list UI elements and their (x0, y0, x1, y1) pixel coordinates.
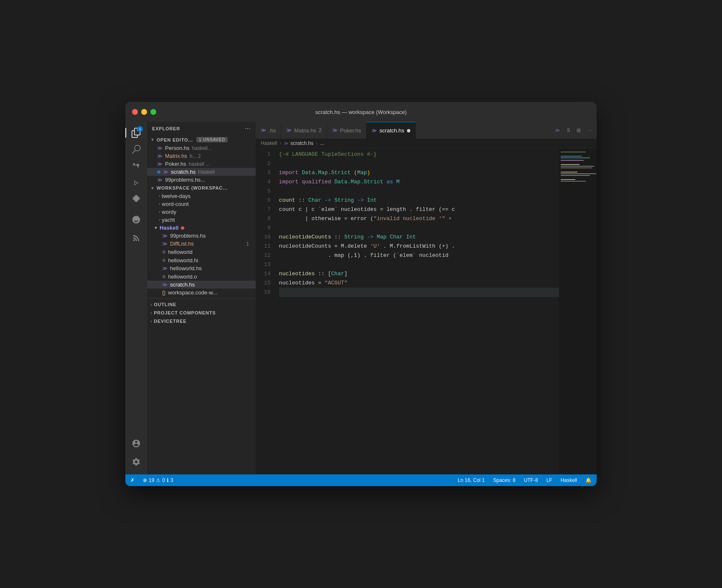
haskell-file-helloworld-hi[interactable]: ≡ helloworld.hi (147, 256, 256, 264)
pc-arrow: › (150, 311, 152, 315)
folder-wordy[interactable]: › wordy (147, 208, 256, 216)
open-file-person[interactable]: ≫ Person.hs haskell... (147, 144, 256, 152)
activity-icon-explorer[interactable]: 1 (129, 125, 144, 140)
status-branch[interactable]: ✗ (129, 477, 136, 483)
open-file-matrix[interactable]: ≫ Matrix.hs h... 2 (147, 152, 256, 160)
sidebar-header: EXPLORER ··· (147, 122, 256, 135)
activity-icon-extensions[interactable] (129, 192, 144, 207)
file-hint: haskell... (192, 145, 212, 151)
code-line-14: nucleotides :: [Char] (279, 269, 559, 279)
tab-badge: 2 (319, 127, 322, 133)
position-label: Ln 16, Col 1 (458, 477, 485, 483)
status-line-ending[interactable]: LF (545, 477, 554, 483)
status-encoding[interactable]: UTF-8 (522, 477, 540, 483)
devicetree-section[interactable]: › DEVICETREE (147, 317, 256, 325)
outline-section[interactable]: › OUTLINE (147, 300, 256, 309)
sidebar-more-icon[interactable]: ··· (245, 125, 251, 132)
titlebar: scratch.hs — workspace (Workspace) (125, 102, 597, 122)
tab-lambda-icon: ≫ (371, 128, 377, 134)
haskell-file-helloworld-o[interactable]: ≡ helloworld.o (147, 272, 256, 281)
filename: helloworld.hs (170, 265, 202, 271)
svg-rect-9 (561, 175, 590, 176)
tab-hs[interactable]: ≫ .hs (256, 122, 281, 139)
folder-name: word-count (162, 201, 188, 207)
activity-icon-rss[interactable] (129, 231, 144, 246)
minimap (559, 148, 597, 474)
spaces-label: Spaces: 8 (493, 477, 515, 483)
encoding-label: UTF-8 (524, 477, 538, 483)
tab-scratch[interactable]: ≫ scratch.hs (366, 122, 415, 139)
activity-icon-settings[interactable] (129, 454, 144, 469)
sidebar-header-icons: ··· (245, 125, 251, 132)
open-editors-label: OPEN EDITO... (157, 137, 193, 142)
folder-twelve-days[interactable]: › twelve-days (147, 192, 256, 200)
code-line-11: nucleotideCounts = M.delete 'U' . M.from… (279, 242, 559, 251)
code-line-7: count c | c `elem` nucleotides = length … (279, 205, 559, 214)
open-file-scratch[interactable]: ≫ scratch.hs Haskell (147, 168, 256, 176)
status-spaces[interactable]: Spaces: 8 (491, 477, 517, 483)
unsaved-badge: 1 UNSAVED (196, 137, 228, 142)
code-editor[interactable]: 1 2 3 4 5 6 7 8 9 10 11 12 13 14 15 16 (256, 148, 597, 474)
breadcrumb-scratch[interactable]: ≫scratch.hs (284, 140, 313, 146)
status-notifications[interactable]: 🔔 (584, 477, 593, 483)
haskell-file-99problems[interactable]: ≫ 99problems.hs (147, 232, 256, 240)
editor-area: ≫ .hs ≫ Matrix.hs 2 ≫ Poker.hs ≫ scratch… (256, 122, 597, 474)
status-language[interactable]: Haskell (559, 477, 579, 483)
equals-icon: ≡ (162, 248, 165, 255)
outline-arrow: › (150, 302, 152, 307)
minimize-button[interactable] (141, 109, 147, 115)
folder-yacht[interactable]: › yacht (147, 216, 256, 224)
breadcrumb-haskell[interactable]: Haskell (261, 140, 277, 146)
lambda-icon: ≫ (163, 169, 168, 175)
lambda-icon: ≫ (157, 153, 163, 159)
code-line-9 (279, 223, 559, 233)
activity-icon-search[interactable] (129, 142, 144, 157)
open-file-poker[interactable]: ≫ Poker.hs haskell ... (147, 160, 256, 168)
tab-modified-dot (407, 129, 410, 132)
split-editor-icon[interactable]: ⊞ (575, 127, 582, 134)
folder-name: wordy (162, 209, 176, 215)
status-errors[interactable]: ⊗ 19 ⚠ 0 ℹ 3 (141, 477, 175, 483)
filename: scratch.hs (170, 281, 195, 288)
activity-bar-bottom (129, 436, 144, 471)
tab-poker[interactable]: ≫ Poker.hs (327, 122, 367, 139)
lambda-icon: ≫ (162, 241, 168, 247)
haskell-file-difflist[interactable]: ≫ DiffList.hs 1 (147, 240, 256, 248)
haskell-file-helloworld-hs[interactable]: ≫ helloworld.hs (147, 264, 256, 272)
code-content[interactable]: {-# LANGUAGE TupleSections #-} import Da… (276, 148, 559, 474)
tab-lambda-icon2: ≫ (553, 127, 562, 134)
svg-rect-8 (561, 173, 596, 174)
project-components-section[interactable]: › PROJECT COMPONENTS (147, 309, 256, 317)
filename: helloworld.hi (168, 257, 198, 264)
workspace-section[interactable]: ▼ WORKSPACE (WORKSPAC... (147, 184, 256, 192)
sidebar-header-label: EXPLORER (152, 126, 180, 131)
open-editors-section[interactable]: ▼ OPEN EDITO... 1 UNSAVED (147, 135, 256, 144)
equals-icon: ≡ (162, 273, 165, 280)
haskell-file-scratch[interactable]: ≫ scratch.hs (147, 281, 256, 289)
activity-icon-account[interactable] (129, 436, 144, 451)
activity-icon-scm[interactable] (129, 159, 144, 174)
open-file-99problems[interactable]: ≫ 99problems.hs... (147, 176, 256, 184)
breadcrumb-sep2: › (316, 140, 318, 146)
haskell-file-helloworld[interactable]: ≡ helloworld (147, 248, 256, 256)
tab-lambda-icon: ≫ (286, 127, 292, 133)
activity-icon-run[interactable] (129, 175, 144, 190)
close-button[interactable] (132, 109, 138, 115)
maximize-button[interactable] (150, 109, 156, 115)
workspace-arrow: ▼ (150, 186, 155, 190)
haskell-file-workspace[interactable]: {} workspace.code-w... (147, 289, 256, 297)
warning-icon: ⚠ (156, 477, 160, 483)
folder-word-count[interactable]: › word-count (147, 200, 256, 208)
haskell-folder-arrow: ▼ (154, 226, 158, 230)
activity-icon-remote[interactable] (129, 212, 144, 227)
status-position[interactable]: Ln 16, Col 1 (456, 477, 487, 483)
breadcrumb-more[interactable]: ... (320, 140, 324, 146)
lambda-icon: ≫ (162, 266, 168, 271)
tab-count[interactable]: 9 (565, 127, 572, 134)
more-tabs-icon[interactable]: ··· (586, 127, 593, 134)
equals-icon: ≡ (162, 257, 165, 264)
svg-rect-2 (561, 157, 590, 158)
haskell-folder[interactable]: ▼ Haskell (147, 224, 256, 232)
filename: 99problems.hs... (165, 177, 205, 183)
tab-matrix[interactable]: ≫ Matrix.hs 2 (281, 122, 327, 139)
